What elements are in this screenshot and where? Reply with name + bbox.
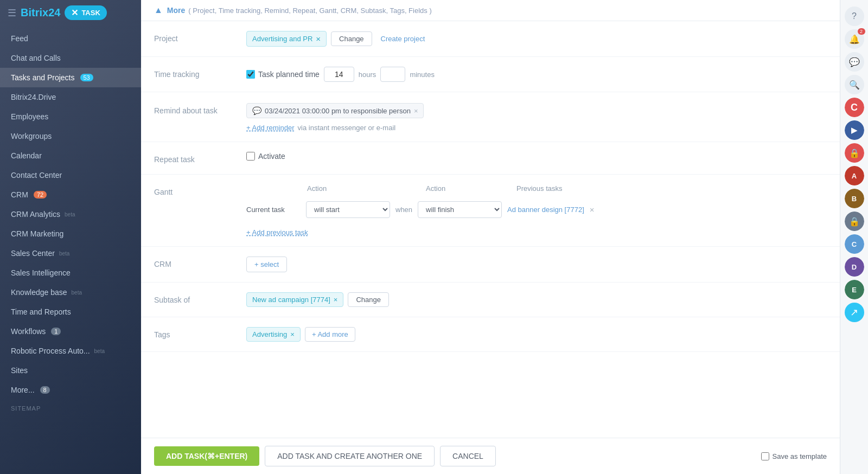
sidebar-item-sales-intelligence[interactable]: Sales Intelligence <box>0 263 141 283</box>
collapse-icon[interactable]: ▲ <box>154 5 163 15</box>
project-chip-remove[interactable]: × <box>316 34 321 43</box>
prev-task-chip[interactable]: Ad banner design [7772] <box>507 206 584 214</box>
save-template-text: Save as template <box>773 452 827 460</box>
sidebar-item-more[interactable]: More... 8 <box>0 380 141 400</box>
minutes-input[interactable] <box>380 67 405 82</box>
search-icon[interactable]: 🔍 <box>845 75 864 94</box>
task-planned-checkbox-label[interactable]: Task planned time <box>246 70 320 79</box>
gantt-col-action2: Action <box>426 184 510 193</box>
project-row: Project Advertising and PR × Change Crea… <box>141 21 840 57</box>
sidebar-item-crm[interactable]: CRM 72 <box>0 185 141 204</box>
sidebar-item-tasks-projects[interactable]: Tasks and Projects 53 <box>0 68 141 87</box>
gantt-controls: Action Action Previous tasks Current tas… <box>246 184 827 236</box>
gantt-col-action1: Action <box>307 184 391 193</box>
sidebar-item-feed[interactable]: Feed <box>0 29 141 48</box>
tag-remove[interactable]: × <box>290 330 295 338</box>
project-controls: Advertising and PR × Change Create proje… <box>246 31 827 47</box>
sidebar-nav: Feed Chat and Calls Tasks and Projects 5… <box>0 25 141 474</box>
time-tracking-controls: Task planned time hours minutes <box>246 67 827 82</box>
repeat-checkbox-label[interactable]: Activate <box>246 152 285 161</box>
gantt-will-start-select[interactable]: will start will finish <box>306 201 390 218</box>
gantt-label: Gantt <box>154 184 246 196</box>
lock1-icon[interactable]: 🔒 <box>845 143 864 163</box>
add-task-button[interactable]: ADD TASK(⌘+ENTER) <box>154 446 259 466</box>
remind-row: Remind about task 💬 03/24/2021 03:00:00 … <box>141 92 840 142</box>
video-avatar[interactable]: ▶ <box>845 120 864 140</box>
remind-label: Remind about task <box>154 103 246 115</box>
reminder-chip: 💬 03/24/2021 03:00:00 pm to responsible … <box>246 103 424 118</box>
add-task-create-another-button[interactable]: ADD TASK AND CREATE ANOTHER ONE <box>265 446 435 466</box>
sidebar-item-time-reports[interactable]: Time and Reports <box>0 302 141 322</box>
repeat-row: Repeat task Activate <box>141 142 840 175</box>
sidebar-item-calendar[interactable]: Calendar <box>0 146 141 165</box>
repeat-activate-label: Activate <box>258 152 285 161</box>
repeat-checkbox[interactable] <box>246 152 255 161</box>
tags-label: Tags <box>154 327 246 339</box>
sidebar-item-employees[interactable]: Employees <box>0 107 141 126</box>
subtask-change-button[interactable]: Change <box>348 292 389 307</box>
sidebar-item-workgroups[interactable]: Workgroups <box>0 126 141 146</box>
avatar3[interactable]: C <box>845 234 864 254</box>
gantt-col-prev: Previous tasks <box>516 184 563 193</box>
reminder-chip-icon: 💬 <box>252 106 261 115</box>
crm-select-button[interactable]: + select <box>246 257 287 272</box>
prev-task-remove[interactable]: × <box>590 205 595 214</box>
help-icon[interactable]: ? <box>845 7 864 26</box>
sidebar-item-robotic-process[interactable]: Robotic Process Auto... beta <box>0 341 141 361</box>
task-planned-label: Task planned time <box>258 70 320 79</box>
subtask-chip-remove[interactable]: × <box>334 296 338 304</box>
lock2-icon[interactable]: 🔒 <box>845 212 864 231</box>
sidebar-item-knowledge-base[interactable]: Knowledge base beta <box>0 283 141 302</box>
reminder-chip-remove[interactable]: × <box>414 107 418 115</box>
sidebar-item-crm-analytics[interactable]: CRM Analytics beta <box>0 204 141 224</box>
sidebar-item-sites[interactable]: Sites <box>0 361 141 380</box>
cancel-button[interactable]: CANCEL <box>440 446 496 466</box>
avatar2[interactable]: B <box>845 189 864 208</box>
gantt-will-finish-select[interactable]: will finish will start <box>418 201 502 218</box>
avatar4[interactable]: D <box>845 257 864 277</box>
task-planned-checkbox[interactable] <box>246 70 255 79</box>
add-reminder-link[interactable]: + Add reminder <box>246 124 295 132</box>
save-template-checkbox[interactable] <box>761 452 769 460</box>
hours-input[interactable] <box>324 67 354 82</box>
create-project-button[interactable]: Create project <box>381 35 425 43</box>
hamburger-icon[interactable]: ☰ <box>8 7 16 19</box>
project-label: Project <box>154 31 246 43</box>
main-area: ▲ More ( Project, Time tracking, Remind,… <box>141 0 840 474</box>
sidebar-header: ☰ Bitrix24 ✕ TASK <box>0 0 141 25</box>
sitemap-label: SITEMAP <box>0 400 141 417</box>
more-title[interactable]: More <box>167 6 185 15</box>
task-badge[interactable]: ✕ TASK <box>65 5 106 20</box>
action-icon[interactable]: ↗ <box>845 303 864 322</box>
form-content: Project Advertising and PR × Change Crea… <box>141 21 840 438</box>
sidebar-item-crm-marketing[interactable]: CRM Marketing <box>0 224 141 244</box>
subtask-row: Subtask of New ad campaign [7774] × Chan… <box>141 283 840 317</box>
prev-task-link: Ad banner design [7772] <box>507 206 584 214</box>
tags-row: Tags Advertising × + Add more <box>141 317 840 352</box>
subtask-chip: New ad campaign [7774] × <box>246 292 343 307</box>
sidebar-item-bitrix-drive[interactable]: Bitrix24.Drive <box>0 87 141 107</box>
tags-controls: Advertising × + Add more <box>246 327 827 342</box>
project-chip-text: Advertising and PR <box>252 35 312 43</box>
notifications-badge: 2 <box>858 28 865 35</box>
avatar5[interactable]: E <box>845 280 864 299</box>
remind-suffix: via instant messenger or e-mail <box>298 124 396 132</box>
sidebar-item-sales-center[interactable]: Sales Center beta <box>0 244 141 263</box>
project-chip: Advertising and PR × <box>246 31 327 47</box>
project-change-button[interactable]: Change <box>331 31 372 46</box>
save-template-label[interactable]: Save as template <box>761 452 827 460</box>
chat-icon[interactable]: 💬 <box>845 52 864 72</box>
sidebar: ☰ Bitrix24 ✕ TASK Feed Chat and Calls Ta… <box>0 0 141 474</box>
minutes-unit: minutes <box>410 71 435 79</box>
add-more-tags-button[interactable]: + Add more <box>305 327 355 342</box>
gantt-row: Gantt Action Action Previous tasks Curre… <box>141 175 840 247</box>
sidebar-item-contact-center[interactable]: Contact Center <box>0 165 141 185</box>
add-prev-task-link[interactable]: + Add previous task <box>246 228 308 236</box>
sidebar-item-chat-calls[interactable]: Chat and Calls <box>0 48 141 68</box>
crm-avatar[interactable]: C <box>845 98 864 117</box>
fields-list: ( Project, Time tracking, Remind, Repeat… <box>188 7 431 15</box>
sidebar-item-workflows[interactable]: Workflows 1 <box>0 322 141 341</box>
avatar1[interactable]: A <box>845 166 864 185</box>
notifications-icon[interactable]: 🔔 2 <box>845 29 864 49</box>
logo: Bitrix24 <box>21 7 60 19</box>
